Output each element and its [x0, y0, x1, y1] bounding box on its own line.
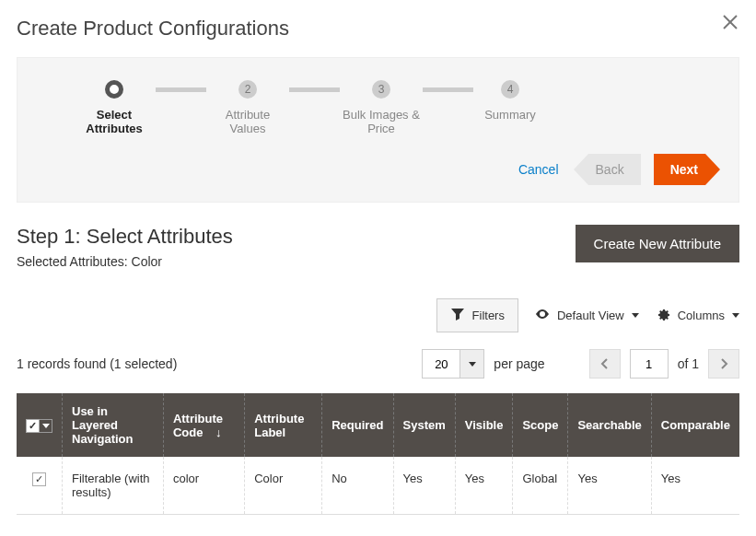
col-comparable[interactable]: Comparable — [651, 393, 739, 457]
step-label-1: Select Attributes — [73, 108, 156, 135]
step-circle-3: 3 — [372, 80, 390, 99]
col-scope[interactable]: Scope — [513, 393, 568, 457]
filters-button[interactable]: Filters — [436, 298, 518, 332]
stepper: Select Attributes 2 Attribute Values 3 B… — [17, 57, 739, 203]
table-row[interactable]: ✓ Filterable (with results) color Color … — [17, 457, 739, 515]
back-button[interactable]: Back — [588, 154, 641, 185]
col-system[interactable]: System — [393, 393, 455, 457]
sort-arrow-icon: ↓ — [215, 425, 222, 439]
cell-comparable: Yes — [651, 457, 739, 515]
cell-scope: Global — [513, 457, 568, 515]
step-label-4: Summary — [473, 108, 547, 122]
next-button[interactable]: Next — [654, 154, 705, 185]
cell-attribute-code: color — [163, 457, 244, 515]
step-label-2: Attribute Values — [206, 108, 289, 135]
current-page-input[interactable] — [630, 349, 669, 379]
cell-system: Yes — [393, 457, 455, 515]
step-1: Select Attributes — [73, 80, 156, 135]
col-required[interactable]: Required — [322, 393, 393, 457]
row-checkbox[interactable]: ✓ — [32, 472, 46, 486]
records-found: 1 records found (1 selected) — [17, 356, 177, 371]
attributes-grid: ✓ Use in Layered Navigation Attribute Co… — [17, 393, 739, 515]
cell-searchable: Yes — [568, 457, 651, 515]
page-size-input[interactable] — [422, 349, 460, 379]
default-view-label: Default View — [557, 309, 624, 322]
step-title: Step 1: Select Attributes — [17, 225, 233, 249]
prev-page-button[interactable] — [589, 349, 621, 379]
cell-visible: Yes — [455, 457, 513, 515]
col-use-in-layered[interactable]: Use in Layered Navigation — [63, 393, 164, 457]
chevron-down-icon — [632, 313, 639, 318]
step-circle-1 — [105, 80, 123, 99]
step-label-3: Bulk Images & Price — [340, 108, 423, 135]
default-view-dropdown[interactable]: Default View — [535, 307, 639, 324]
select-all-dropdown[interactable] — [40, 419, 52, 433]
selected-attributes: Selected Attributes: Color — [17, 254, 233, 269]
cell-attribute-label: Color — [245, 457, 322, 515]
col-visible[interactable]: Visible — [455, 393, 513, 457]
step-3: 3 Bulk Images & Price — [340, 80, 423, 135]
step-4: 4 Summary — [473, 80, 547, 122]
chevron-down-icon — [469, 362, 476, 367]
chevron-down-icon — [732, 313, 739, 318]
col-searchable[interactable]: Searchable — [568, 393, 651, 457]
columns-dropdown[interactable]: Columns — [656, 307, 739, 324]
per-page-label: per page — [494, 356, 544, 371]
cell-use-in-layered: Filterable (with results) — [63, 457, 164, 515]
back-button-label: Back — [596, 162, 624, 177]
gear-icon — [656, 307, 670, 324]
step-2: 2 Attribute Values — [206, 80, 289, 135]
col-attribute-code[interactable]: Attribute Code ↓ — [163, 393, 244, 457]
of-total-label: of 1 — [678, 356, 699, 371]
create-new-attribute-button[interactable]: Create New Attribute — [576, 225, 739, 262]
modal-title: Create Product Configurations — [17, 17, 739, 41]
cell-required: No — [322, 457, 393, 515]
step-circle-4: 4 — [501, 80, 519, 99]
columns-label: Columns — [678, 309, 725, 322]
col-attribute-label[interactable]: Attribute Label — [245, 393, 322, 457]
cancel-link[interactable]: Cancel — [518, 162, 559, 177]
close-icon[interactable] — [721, 13, 739, 35]
next-button-label: Next — [670, 162, 698, 177]
selected-attributes-value: Color — [132, 254, 162, 269]
next-page-button[interactable] — [708, 349, 739, 379]
step-circle-2: 2 — [238, 80, 257, 99]
selected-attributes-label: Selected Attributes: — [17, 254, 128, 269]
page-size-dropdown-toggle[interactable] — [460, 349, 484, 379]
funnel-icon — [450, 307, 465, 324]
eye-icon — [535, 307, 550, 324]
filters-label: Filters — [472, 309, 505, 322]
select-all-checkbox[interactable]: ✓ — [26, 419, 40, 433]
